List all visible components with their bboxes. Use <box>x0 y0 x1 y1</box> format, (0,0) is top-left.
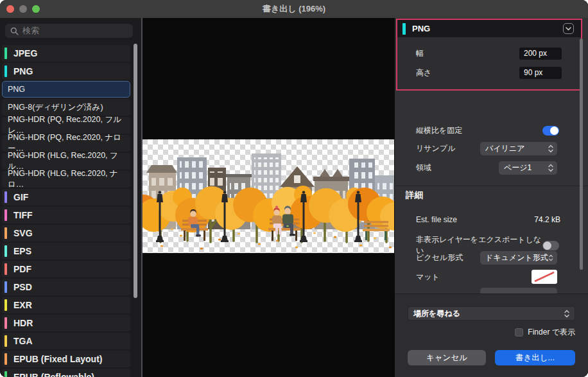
aspect-ratio-label: 縦横比を固定 <box>416 125 462 136</box>
format-color-bar <box>4 263 7 275</box>
format-color-bar <box>4 191 7 203</box>
section-divider <box>395 186 588 186</box>
search-placeholder: 検索 <box>22 25 39 37</box>
resample-dropdown[interactable]: バイリニア <box>480 142 557 155</box>
width-input[interactable]: 200 px <box>519 48 562 60</box>
format-color-bar <box>4 317 7 329</box>
format-group-epub-reflowable[interactable]: EPUB (Reflowable) <box>2 369 130 377</box>
format-label: PNG-8(ディザリング済み) <box>8 102 103 113</box>
format-color-bar <box>4 353 7 365</box>
format-group-png[interactable]: PNG <box>2 63 130 80</box>
format-label: PNG <box>13 66 33 76</box>
toggle-knob <box>543 241 551 250</box>
format-label: EPUB (Fixed Layout) <box>13 354 102 364</box>
format-label: PNG <box>8 85 25 94</box>
updown-chevrons-icon <box>548 164 553 172</box>
export-button[interactable]: 書き出し... <box>495 350 575 365</box>
height-input[interactable]: 90 px <box>519 67 562 79</box>
format-color-bar <box>4 245 7 257</box>
area-dropdown[interactable]: ページ1 <box>499 161 557 175</box>
format-preset-png-hdr-hlg-rec-2020[interactable]: PNG-HDR (HLG, Rec.2020, フル… <box>2 153 130 170</box>
format-color-bar <box>4 66 7 77</box>
export-dialog-window: 書き出し (196%) 検索 JPEGPNGPNGPNG-8(ディザリング済み)… <box>0 0 588 377</box>
export-preview-image <box>143 139 394 253</box>
png-settings-box: PNG 幅 200 px 高さ 90 px <box>396 19 582 91</box>
width-label: 幅 <box>416 48 424 59</box>
updown-chevrons-icon <box>564 310 569 318</box>
format-preset-png-8[interactable]: PNG-8(ディザリング済み) <box>2 99 130 116</box>
format-preset-png[interactable]: PNG <box>2 81 130 98</box>
panel-scrollbar-thumb[interactable] <box>580 39 583 270</box>
matte-color-swatch[interactable] <box>532 270 557 284</box>
format-group-exr[interactable]: EXR <box>2 297 130 313</box>
resample-label: リサンプル <box>416 143 455 154</box>
format-group-svg[interactable]: SVG <box>2 225 130 241</box>
pixel-format-label: ピクセル形式 <box>416 252 463 263</box>
format-group-gif[interactable]: GIF <box>2 189 130 206</box>
format-label: TIFF <box>13 210 33 220</box>
format-color-bar <box>4 299 7 311</box>
aspect-ratio-row: 縦横比を固定 <box>416 125 559 136</box>
show-in-finder-row: Finder で表示 <box>515 327 575 338</box>
format-preset-png-hdr-pq-rec-2020[interactable]: PNG-HDR (PQ, Rec.2020, ナロー… <box>2 135 130 152</box>
format-sidebar: 検索 JPEGPNGPNGPNG-8(ディザリング済み)PNG-HDR (PQ,… <box>0 18 143 377</box>
format-preset-png-hdr-pq-rec-2020[interactable]: PNG-HDR (PQ, Rec.2020, フルレ… <box>2 117 130 134</box>
settings-scroll-area: PNG 幅 200 px 高さ 90 px <box>395 18 588 294</box>
matte-row: マット <box>416 270 557 284</box>
matte-label: マット <box>416 272 440 283</box>
format-group-tiff[interactable]: TIFF <box>2 207 130 224</box>
png-box-title: PNG <box>412 24 430 33</box>
format-preset-png-hdr-hlg-rec-2020[interactable]: PNG-HDR (HLG, Rec.2020, ナロ… <box>2 171 130 188</box>
format-group-hdr[interactable]: HDR <box>2 315 130 331</box>
format-label: GIF <box>13 192 28 202</box>
format-color-bar <box>4 209 7 221</box>
updown-chevrons-icon <box>549 254 553 262</box>
format-group-pdf[interactable]: PDF <box>2 261 130 277</box>
format-label: SVG <box>13 228 33 238</box>
no-color-diagonal-icon <box>532 270 557 284</box>
cancel-button[interactable]: キャンセル <box>408 350 486 365</box>
area-row: 領域 ページ1 <box>416 161 557 175</box>
width-row: 幅 200 px <box>416 47 562 60</box>
format-group-tga[interactable]: TGA <box>2 333 130 349</box>
resample-value: バイリニア <box>485 143 524 154</box>
format-group-epub-fixed-layout[interactable]: EPUB (Fixed Layout) <box>2 351 130 367</box>
format-label: JPEG <box>13 48 37 58</box>
format-color-bar <box>4 371 7 377</box>
height-row: 高さ 90 px <box>416 66 562 79</box>
format-label: EXR <box>13 300 32 310</box>
show-in-finder-label: Finder で表示 <box>528 327 575 338</box>
search-icon <box>10 27 19 35</box>
pixel-format-row: ピクセル形式 ドキュメント形式を… <box>416 251 557 265</box>
format-label: EPS <box>13 246 31 256</box>
area-value: ページ1 <box>504 162 532 173</box>
export-settings-panel: PNG 幅 200 px 高さ 90 px <box>395 18 588 377</box>
file-size-value: 74.2 kB <box>534 215 560 224</box>
search-field[interactable]: 検索 <box>5 24 133 38</box>
file-size-label: Est. file size <box>416 215 457 224</box>
area-label: 領域 <box>416 162 431 173</box>
format-group-eps[interactable]: EPS <box>2 243 130 259</box>
show-in-finder-checkbox[interactable] <box>515 328 523 337</box>
format-group-jpeg[interactable]: JPEG <box>2 45 130 62</box>
resample-row: リサンプル バイリニア <box>416 142 557 155</box>
aspect-ratio-toggle[interactable] <box>542 126 559 136</box>
format-label: TGA <box>13 336 33 346</box>
format-group-psd[interactable]: PSD <box>2 279 130 295</box>
hidden-layers-toggle[interactable] <box>542 241 559 250</box>
save-location-value: 場所を尋ねる <box>413 308 460 319</box>
format-label: EPUB (Reflowable) <box>13 372 94 377</box>
format-label: PDF <box>13 264 31 274</box>
sidebar-scrollbar-thumb[interactable] <box>134 44 137 298</box>
png-box-header: PNG <box>397 20 581 37</box>
details-section-header: 詳細 <box>406 189 423 201</box>
format-color-bar <box>4 335 7 347</box>
collapse-box-button[interactable] <box>563 23 574 34</box>
file-size-row: Est. file size 74.2 kB <box>416 215 560 224</box>
clipped-dropdown[interactable] <box>480 288 557 294</box>
preview-canvas <box>143 18 395 377</box>
save-location-dropdown[interactable]: 場所を尋ねる <box>408 306 575 320</box>
chevron-down-icon <box>566 27 571 31</box>
format-color-bar <box>4 227 7 239</box>
pixel-format-dropdown[interactable]: ドキュメント形式を… <box>480 251 557 265</box>
